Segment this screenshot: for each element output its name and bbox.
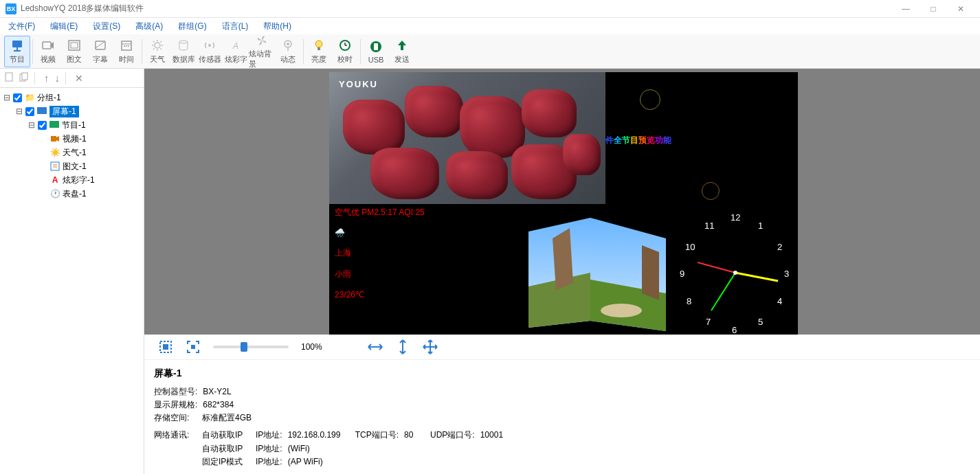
svg-line-19 xyxy=(161,49,162,50)
tb-program[interactable]: 节目 xyxy=(4,36,30,67)
svg-line-21 xyxy=(161,41,162,43)
menu-file[interactable]: 文件(F) xyxy=(5,19,38,34)
tree-toolbar: ↑ ↓ ✕ xyxy=(0,69,144,88)
tb-time[interactable]: 时间 xyxy=(113,36,140,67)
tb-animbg[interactable]: 炫动背景 xyxy=(249,36,275,67)
tb-sensor[interactable]: 传感器 xyxy=(197,36,223,67)
svg-point-10 xyxy=(124,45,125,47)
rain-icon: 🌧️ xyxy=(335,228,516,238)
left-panel: ↑ ↓ ✕ ⊟📁分组-1 ⊟屏幕-1 ⊟节目-1 视频-1 ☀️天气-1 图文-… xyxy=(0,69,144,474)
svg-point-55 xyxy=(733,271,737,275)
menu-language[interactable]: 语言(L) xyxy=(219,19,252,34)
minimize-button[interactable]: — xyxy=(892,2,920,16)
weather-aqi: 空气优 PM2.5:17 AQI:25 xyxy=(335,207,516,218)
ring-deco xyxy=(640,89,660,110)
zoom-slider[interactable] xyxy=(213,346,289,348)
right-panel: YOUKU 件全节目预览功能 xyxy=(144,69,980,474)
menu-group[interactable]: 群组(G) xyxy=(175,19,209,34)
tree-checkbox[interactable] xyxy=(13,93,22,102)
tb-subtitle[interactable]: 字幕 xyxy=(87,36,113,67)
clock-icon xyxy=(337,38,353,53)
menu-help[interactable]: 帮助(H) xyxy=(260,19,294,34)
close-button[interactable]: ✕ xyxy=(947,2,975,16)
colortext-item-icon: A xyxy=(49,175,60,185)
send-icon xyxy=(394,38,410,53)
weather-city: 上海 xyxy=(335,247,516,259)
svg-rect-29 xyxy=(318,47,320,50)
svg-point-13 xyxy=(155,43,160,48)
tb-send[interactable]: 发送 xyxy=(389,36,415,67)
project-tree[interactable]: ⊟📁分组-1 ⊟屏幕-1 ⊟节目-1 视频-1 ☀️天气-1 图文-1 A炫彩字… xyxy=(0,88,144,474)
folder-icon: 📁 xyxy=(24,93,35,102)
usb-icon xyxy=(368,39,383,54)
actual-size-icon[interactable] xyxy=(186,339,201,354)
tb-dynamic[interactable]: 动态 xyxy=(275,36,301,67)
menu-advanced[interactable]: 高级(A) xyxy=(133,19,166,34)
text-item-icon xyxy=(49,161,60,171)
svg-rect-4 xyxy=(69,41,80,50)
info-row-network2: 自动获取IP IP地址: (WiFi) xyxy=(154,442,970,455)
info-row-network3: 固定IP模式 IP地址: (AP WiFi) xyxy=(154,455,970,469)
tree-checkbox[interactable] xyxy=(38,121,47,130)
tree-delete-icon[interactable]: ✕ xyxy=(75,73,83,84)
svg-rect-42 xyxy=(51,162,59,170)
tb-video[interactable]: 视频 xyxy=(35,36,61,67)
preview-canvas[interactable]: YOUKU 件全节目预览功能 xyxy=(144,69,980,335)
bulb-icon xyxy=(311,38,326,53)
fit-screen-icon[interactable] xyxy=(158,339,173,354)
tb-timesync[interactable]: 校时 xyxy=(332,36,358,67)
tb-colortext[interactable]: A炫彩字 xyxy=(223,36,249,67)
svg-point-26 xyxy=(287,43,289,45)
svg-rect-38 xyxy=(22,73,27,80)
tree-group[interactable]: ⊟📁分组-1 xyxy=(3,91,141,104)
tree-program[interactable]: ⊟节目-1 xyxy=(3,118,141,132)
svg-point-28 xyxy=(315,41,322,47)
svg-rect-0 xyxy=(12,41,22,47)
ring-deco xyxy=(702,182,720,200)
clock-face xyxy=(673,204,798,335)
svg-rect-57 xyxy=(163,344,168,350)
tree-new-icon[interactable] xyxy=(4,72,14,84)
arrow-vertical-icon[interactable] xyxy=(395,339,410,354)
tb-brightness[interactable]: 亮度 xyxy=(306,36,332,67)
app-icon: BX xyxy=(5,3,16,14)
svg-point-12 xyxy=(128,45,129,47)
tb-weather[interactable]: 天气 xyxy=(144,36,170,67)
svg-line-54 xyxy=(711,273,735,311)
rainbow-text: 件全节目预览功能 xyxy=(605,126,671,148)
tree-copy-icon[interactable] xyxy=(19,72,29,84)
svg-point-22 xyxy=(179,41,188,43)
led-stage: YOUKU 件全节目预览功能 xyxy=(329,72,798,335)
tb-image[interactable]: 图文 xyxy=(61,36,87,67)
weather-zone: 空气优 PM2.5:17 AQI:25 🌧️ 上海 小雨 23/26℃ xyxy=(329,204,522,335)
tb-usb[interactable]: USB xyxy=(363,36,389,67)
svg-marker-50 xyxy=(642,245,659,300)
svg-line-7 xyxy=(96,41,105,48)
tree-item-colortext[interactable]: A炫彩字-1 xyxy=(3,173,141,187)
tree-down-icon[interactable]: ↓ xyxy=(55,72,60,84)
tree-item-video[interactable]: 视频-1 xyxy=(3,132,141,146)
tree-up-icon[interactable]: ↑ xyxy=(44,72,49,84)
info-row-storage: 存储空间:标准配置4GB xyxy=(154,411,970,425)
menu-settings[interactable]: 设置(S) xyxy=(90,19,123,34)
info-title: 屏幕-1 xyxy=(154,365,970,381)
svg-line-18 xyxy=(153,41,155,43)
arrow-horizontal-icon[interactable] xyxy=(368,339,383,354)
tb-database[interactable]: 数据库 xyxy=(170,36,197,67)
tree-screen[interactable]: ⊟屏幕-1 xyxy=(3,104,141,118)
arrow-move-icon[interactable] xyxy=(423,339,438,354)
svg-rect-3 xyxy=(43,42,51,49)
maximize-button[interactable]: □ xyxy=(920,2,947,16)
tb-label: 节目 xyxy=(10,54,25,65)
canvas-controls: 100% xyxy=(144,335,980,360)
tree-checkbox[interactable] xyxy=(25,107,34,116)
easel-icon xyxy=(10,38,25,53)
menu-edit[interactable]: 编辑(E) xyxy=(47,19,80,34)
program-icon xyxy=(49,120,60,130)
tree-item-text[interactable]: 图文-1 xyxy=(3,159,141,173)
tree-item-weather[interactable]: ☀️天气-1 xyxy=(3,146,141,159)
tree-item-dial[interactable]: 🕐表盘-1 xyxy=(3,187,141,201)
sensor-icon xyxy=(202,38,217,53)
video-icon xyxy=(41,38,56,53)
toolbar: 节目 视频 图文 字幕 时间 天气 数据库 传感器 A炫彩字 炫动背景 动态 亮… xyxy=(0,34,980,69)
